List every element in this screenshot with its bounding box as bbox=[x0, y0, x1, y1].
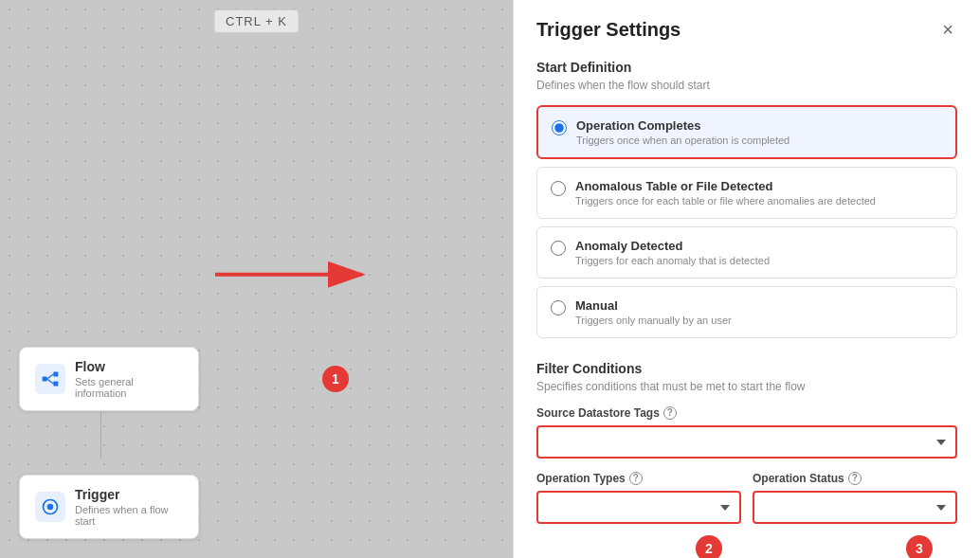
canvas-panel: CTRL + K Flow Sets general informa bbox=[0, 0, 513, 558]
svg-line-6 bbox=[47, 379, 54, 384]
source-datastore-tags-select[interactable] bbox=[536, 425, 957, 459]
radio-option-operation-completes[interactable]: Operation Completes Triggers once when a… bbox=[536, 105, 957, 159]
operation-status-field: Operation Status ? bbox=[753, 472, 957, 524]
start-definition-title: Start Definition bbox=[536, 60, 957, 75]
option-desc-3: Triggers for each anomaly that is detect… bbox=[575, 255, 770, 266]
radio-option-anomalous-table[interactable]: Anomalous Table or File Detected Trigger… bbox=[536, 167, 957, 219]
filter-conditions-title: Filter Conditions bbox=[536, 361, 957, 376]
svg-rect-4 bbox=[53, 382, 58, 387]
svg-point-8 bbox=[47, 504, 54, 511]
radio-option-anomaly-detected[interactable]: Anomaly Detected Triggers for each anoma… bbox=[536, 226, 957, 279]
radio-anomaly-detected[interactable] bbox=[551, 241, 566, 256]
operation-fields-row: Operation Types ? Operation Status ? bbox=[536, 472, 957, 524]
svg-line-5 bbox=[47, 374, 54, 379]
flow-node-text: Flow Sets general information bbox=[75, 359, 183, 399]
operation-types-field: Operation Types ? bbox=[536, 472, 741, 524]
panel-header: Trigger Settings × bbox=[536, 19, 957, 41]
connector-line bbox=[100, 411, 101, 459]
panel-title: Trigger Settings bbox=[536, 19, 681, 41]
trigger-node[interactable]: Trigger Defines when a flow start bbox=[19, 475, 199, 539]
filter-conditions-subtitle: Specifies conditions that must be met to… bbox=[536, 380, 957, 393]
flow-node-title: Flow bbox=[75, 359, 183, 374]
radio-anomalous-table[interactable] bbox=[551, 181, 566, 196]
arrow-indicator bbox=[206, 245, 376, 306]
source-datastore-tags-label: Source Datastore Tags ? bbox=[536, 406, 957, 420]
badges-row: 2 3 bbox=[536, 531, 957, 558]
option-title-2: Anomalous Table or File Detected bbox=[575, 179, 876, 193]
radio-option-manual[interactable]: Manual Triggers only manually by an user bbox=[536, 286, 957, 338]
operation-status-label: Operation Status ? bbox=[753, 472, 957, 485]
trigger-settings-panel: Trigger Settings × Start Definition Defi… bbox=[513, 0, 980, 558]
start-definition-subtitle: Defines when the flow should start bbox=[536, 79, 957, 92]
flow-node-subtitle: Sets general information bbox=[75, 376, 183, 399]
close-button[interactable]: × bbox=[938, 19, 957, 41]
option-title-1: Operation Completes bbox=[576, 118, 789, 133]
flow-node-icon bbox=[35, 364, 65, 394]
operation-types-label: Operation Types ? bbox=[536, 472, 741, 485]
svg-rect-3 bbox=[53, 372, 58, 377]
option-desc-2: Triggers once for each table or file whe… bbox=[575, 195, 876, 207]
trigger-node-icon bbox=[35, 492, 65, 522]
operation-status-help-icon[interactable]: ? bbox=[848, 472, 862, 485]
operation-status-select[interactable] bbox=[753, 491, 957, 524]
badge-3: 3 bbox=[906, 535, 933, 558]
filter-conditions-section: Filter Conditions Specifies conditions t… bbox=[536, 361, 957, 558]
trigger-node-text: Trigger Defines when a flow start bbox=[75, 487, 183, 527]
option-desc-4: Triggers only manually by an user bbox=[575, 315, 732, 326]
option-title-3: Anomaly Detected bbox=[575, 239, 770, 253]
badge-2: 2 bbox=[696, 535, 722, 558]
flow-node[interactable]: Flow Sets general information bbox=[19, 347, 199, 411]
source-datastore-tags-help-icon[interactable]: ? bbox=[663, 406, 677, 420]
trigger-node-title: Trigger bbox=[75, 487, 183, 502]
radio-manual[interactable] bbox=[551, 300, 566, 315]
start-definition-section: Start Definition Defines when the flow s… bbox=[536, 60, 957, 346]
svg-rect-2 bbox=[43, 377, 47, 382]
option-desc-1: Triggers once when an operation is compl… bbox=[576, 135, 789, 146]
keyboard-shortcut-hint: CTRL + K bbox=[213, 9, 299, 33]
badge-1: 1 bbox=[322, 366, 349, 392]
option-title-4: Manual bbox=[575, 298, 732, 313]
radio-operation-completes[interactable] bbox=[552, 120, 567, 135]
trigger-node-subtitle: Defines when a flow start bbox=[75, 504, 183, 527]
operation-types-select[interactable] bbox=[536, 491, 741, 524]
operation-types-help-icon[interactable]: ? bbox=[629, 472, 643, 485]
